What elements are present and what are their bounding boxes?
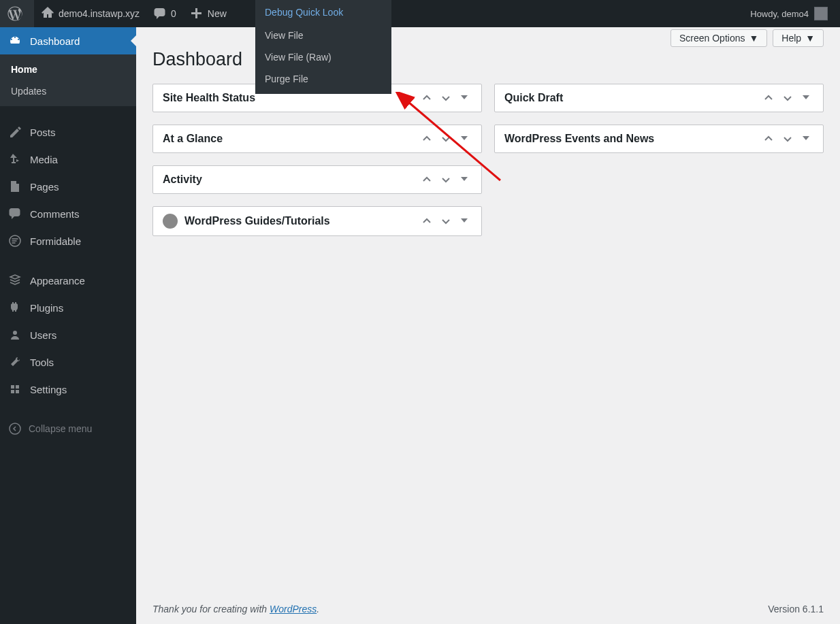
move-down-icon[interactable]	[439, 132, 453, 146]
site-name: demo4.instawp.xyz	[59, 8, 140, 19]
debug-menu-item-view-file-raw[interactable]: View File (Raw)	[255, 46, 391, 68]
home-icon	[41, 7, 54, 20]
svg-rect-4	[11, 390, 14, 393]
move-up-icon[interactable]	[420, 91, 434, 105]
submenu-item-home[interactable]: Home	[0, 59, 136, 80]
dashboard-submenu: Home Updates	[0, 54, 136, 106]
sidebar-item-tools[interactable]: Tools	[0, 348, 136, 376]
move-up-icon[interactable]	[762, 132, 775, 146]
sidebar-item-label: Settings	[30, 384, 67, 395]
sidebar-item-formidable[interactable]: Formidable	[0, 227, 136, 254]
move-up-icon[interactable]	[420, 173, 434, 186]
sidebar-item-posts[interactable]: Posts	[0, 118, 136, 146]
sidebar-item-pages[interactable]: Pages	[0, 173, 136, 200]
admin-bar-left: demo4.instawp.xyz 0 New	[0, 0, 233, 27]
sidebar-item-settings[interactable]: Settings	[0, 376, 136, 403]
toggle-icon[interactable]	[458, 173, 472, 186]
footer-wordpress-link[interactable]: WordPress	[270, 604, 317, 614]
help-button[interactable]: Help ▼	[773, 29, 824, 47]
new-label: New	[208, 8, 227, 19]
toggle-icon[interactable]	[800, 91, 813, 105]
admin-bar: demo4.instawp.xyz 0 New Howdy, demo4	[0, 0, 840, 27]
new-link[interactable]: New	[183, 0, 233, 27]
screen-options-button[interactable]: Screen Options ▼	[671, 29, 767, 47]
users-icon	[8, 328, 23, 342]
toggle-icon[interactable]	[458, 132, 472, 146]
guide-icon	[163, 214, 178, 229]
howdy-account[interactable]: Howdy, demo4	[743, 0, 835, 27]
appearance-icon	[8, 274, 23, 287]
settings-icon	[8, 382, 23, 396]
debug-menu-header[interactable]: Debug Quick Look	[255, 0, 391, 24]
sidebar-item-plugins[interactable]: Plugins	[0, 294, 136, 321]
toggle-icon[interactable]	[458, 91, 472, 105]
sidebar-item-label: Pages	[30, 181, 59, 193]
debug-menu-item-purge-file[interactable]: Purge File	[255, 68, 391, 90]
sidebar-item-label: Dashboard	[30, 35, 80, 47]
debug-menu-item-view-file[interactable]: View File	[255, 24, 391, 46]
toggle-icon[interactable]	[458, 214, 472, 228]
footer-thank-prefix: Thank you for creating with	[152, 604, 270, 614]
move-up-icon[interactable]	[762, 91, 775, 105]
screen-options-label: Screen Options	[679, 33, 745, 44]
postbox-activity: Activity	[152, 165, 482, 194]
sidebar-item-media[interactable]: Media	[0, 146, 136, 173]
wp-logo[interactable]	[0, 0, 34, 27]
move-down-icon[interactable]	[781, 91, 794, 105]
postbox-title: Quick Draft	[504, 92, 563, 104]
comments-count: 0	[171, 8, 176, 19]
dashboard-icon	[8, 34, 23, 48]
formidable-icon	[8, 234, 23, 248]
move-down-icon[interactable]	[439, 91, 453, 105]
postbox-wp-events: WordPress Events and News	[494, 125, 824, 153]
comments-icon	[8, 207, 23, 220]
avatar	[814, 7, 828, 20]
menu-separator	[0, 106, 136, 118]
move-up-icon[interactable]	[420, 132, 434, 146]
footer: Thank you for creating with WordPress. V…	[136, 594, 840, 624]
postbox-title: WordPress Guides/Tutorials	[163, 214, 330, 229]
menu-separator	[0, 403, 136, 415]
postbox-title: Site Health Status	[163, 92, 255, 104]
move-down-icon[interactable]	[439, 173, 453, 186]
sidebar-item-label: Media	[30, 154, 58, 165]
postbox-title: WordPress Events and News	[504, 133, 654, 145]
footer-thank: Thank you for creating with WordPress.	[152, 604, 319, 614]
menu-separator	[0, 254, 136, 267]
comments-link[interactable]: 0	[146, 0, 183, 27]
page-title: Dashboard	[152, 49, 824, 70]
collapse-menu[interactable]: Collapse menu	[0, 415, 136, 442]
postbox-title-text: WordPress Guides/Tutorials	[184, 215, 330, 227]
sidebar-item-label: Comments	[30, 208, 80, 220]
toggle-icon[interactable]	[800, 132, 813, 146]
caret-down-icon: ▼	[749, 33, 758, 44]
footer-thank-suffix: .	[317, 604, 319, 614]
sidebar-item-label: Appearance	[30, 275, 85, 286]
svg-rect-5	[16, 390, 19, 393]
pages-icon	[8, 180, 23, 193]
sidebar-item-dashboard[interactable]: Dashboard	[0, 27, 136, 54]
submenu-item-updates[interactable]: Updates	[0, 80, 136, 102]
site-name-link[interactable]: demo4.instawp.xyz	[34, 0, 146, 27]
sidebar-item-appearance[interactable]: Appearance	[0, 267, 136, 294]
sidebar-item-label: Formidable	[30, 235, 81, 247]
screen-meta-links: Screen Options ▼ Help ▼	[671, 29, 824, 47]
dashboard-col-right: Quick Draft WordPress Events and News	[494, 84, 824, 248]
svg-rect-3	[16, 385, 19, 389]
comment-icon	[153, 7, 167, 20]
posts-icon	[8, 125, 23, 139]
content-area: Screen Options ▼ Help ▼ Dashboard Site H…	[136, 27, 840, 624]
move-down-icon[interactable]	[781, 132, 794, 146]
move-up-icon[interactable]	[420, 214, 434, 228]
sidebar-item-label: Plugins	[30, 302, 63, 314]
move-down-icon[interactable]	[439, 214, 453, 228]
howdy-text: Howdy, demo4	[750, 9, 809, 19]
svg-rect-2	[11, 385, 14, 389]
dashboard-widgets: Site Health Status At a Glance	[152, 84, 824, 248]
sidebar-item-users[interactable]: Users	[0, 321, 136, 348]
admin-sidebar: Dashboard Home Updates Posts Media Pages…	[0, 27, 136, 624]
footer-version: Version 6.1.1	[768, 604, 824, 614]
sidebar-item-comments[interactable]: Comments	[0, 200, 136, 227]
plus-icon	[190, 7, 204, 20]
svg-point-6	[10, 423, 20, 434]
